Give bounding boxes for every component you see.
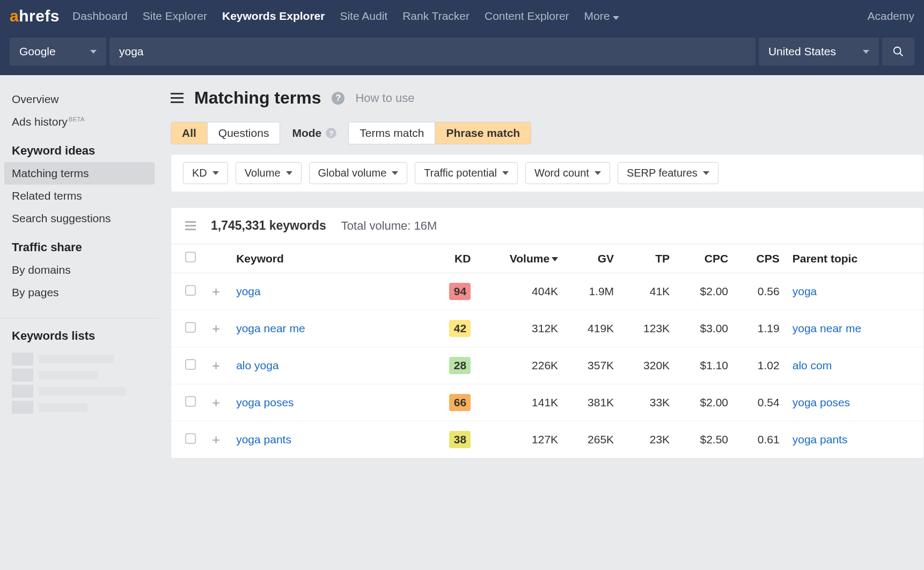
beta-badge: BETA: [69, 116, 85, 122]
parent-topic-link[interactable]: yoga pants: [793, 433, 848, 445]
expand-button[interactable]: +: [209, 394, 223, 411]
chevron-down-icon: [502, 171, 509, 175]
cell-tp: 123K: [620, 310, 676, 347]
col-parent-topic[interactable]: Parent topic: [786, 244, 923, 273]
expand-button[interactable]: +: [209, 357, 223, 374]
parent-topic-link[interactable]: yoga poses: [793, 396, 850, 408]
row-checkbox[interactable]: [185, 285, 196, 296]
nav-dashboard[interactable]: Dashboard: [72, 10, 128, 23]
menu-icon[interactable]: [171, 93, 184, 103]
cell-cpc: $3.00: [676, 310, 735, 347]
nav-links: DashboardSite ExplorerKeywords ExplorerS…: [72, 10, 619, 23]
col-tp[interactable]: TP: [620, 244, 676, 273]
expand-button[interactable]: +: [209, 320, 223, 337]
chevron-down-icon: [392, 171, 398, 175]
seg-questions[interactable]: Questions: [208, 122, 280, 144]
keyword-link[interactable]: alo yoga: [236, 359, 278, 371]
cell-cpc: $2.00: [676, 384, 735, 421]
filter-label: Volume: [245, 167, 281, 179]
filter-kd[interactable]: KD: [183, 162, 228, 184]
filter-serp-features[interactable]: SERP features: [618, 162, 718, 184]
country-select[interactable]: United States: [759, 38, 879, 65]
filter-global-volume[interactable]: Global volume: [309, 162, 408, 184]
logo-rest: hrefs: [19, 7, 60, 25]
nav-more[interactable]: More: [584, 10, 620, 23]
col-volume[interactable]: Volume: [477, 244, 564, 273]
keyword-link[interactable]: yoga: [236, 285, 261, 297]
keyword-link[interactable]: yoga pants: [236, 433, 291, 445]
nav-keywords-explorer[interactable]: Keywords Explorer: [222, 10, 325, 23]
cell-tp: 320K: [620, 347, 676, 384]
col-cpc[interactable]: CPC: [676, 244, 735, 273]
nav-site-audit[interactable]: Site Audit: [340, 10, 387, 23]
cell-cps: 0.56: [735, 273, 786, 310]
nav-content-explorer[interactable]: Content Explorer: [485, 10, 569, 23]
help-icon[interactable]: ?: [332, 92, 344, 105]
col-keyword[interactable]: Keyword: [230, 244, 428, 273]
main-content: Matching terms ? How to use AllQuestions…: [159, 75, 924, 459]
country-label: United States: [768, 45, 836, 58]
col-kd[interactable]: KD: [428, 244, 477, 273]
select-all-checkbox[interactable]: [185, 252, 196, 262]
sidebar-item-by-domains[interactable]: By domains: [0, 259, 159, 281]
nav-academy[interactable]: Academy: [867, 10, 914, 23]
sidebar-item-by-pages[interactable]: By pages: [0, 281, 159, 304]
how-to-use-link[interactable]: How to use: [355, 91, 414, 105]
expand-button[interactable]: +: [209, 432, 223, 448]
cell-volume: 312K: [477, 310, 564, 347]
keyword-link[interactable]: yoga poses: [236, 396, 294, 408]
row-checkbox[interactable]: [185, 396, 196, 407]
sidebar-item-overview[interactable]: Overview: [0, 88, 159, 111]
search-bar: Google United States: [0, 32, 924, 75]
top-nav: ahrefs DashboardSite ExplorerKeywords Ex…: [0, 0, 924, 32]
cell-cps: 1.02: [735, 347, 786, 384]
row-checkbox[interactable]: [185, 359, 196, 370]
chevron-down-icon: [613, 16, 619, 20]
chevron-down-icon: [595, 171, 601, 175]
search-button[interactable]: [882, 38, 914, 65]
sidebar-item-ads-history[interactable]: Ads historyBETA: [0, 111, 159, 133]
search-icon: [892, 46, 904, 57]
parent-topic-link[interactable]: yoga: [793, 285, 817, 297]
nav-rank-tracker[interactable]: Rank Tracker: [402, 10, 470, 23]
cell-gv: 381K: [564, 384, 620, 421]
keyword-link[interactable]: yoga near me: [236, 322, 305, 334]
seg-terms-match[interactable]: Terms match: [349, 122, 435, 144]
search-engine-label: Google: [19, 45, 56, 58]
row-checkbox[interactable]: [185, 322, 196, 333]
col-gv[interactable]: GV: [564, 244, 620, 273]
filter-label: KD: [192, 167, 207, 179]
chevron-down-icon: [703, 171, 709, 175]
kd-badge: 38: [449, 431, 471, 448]
filter-traffic-potential[interactable]: Traffic potential: [415, 162, 518, 184]
sidebar-item-search-suggestions[interactable]: Search suggestions: [0, 207, 159, 230]
seg-all[interactable]: All: [171, 122, 208, 144]
filter-label: Global volume: [318, 167, 387, 179]
sidebar-heading-traffic-share: Traffic share: [0, 230, 159, 259]
kd-badge: 66: [449, 394, 471, 411]
nav-site-explorer[interactable]: Site Explorer: [143, 10, 207, 23]
cell-volume: 141K: [477, 384, 564, 421]
parent-topic-link[interactable]: alo com: [793, 359, 832, 371]
brand-logo[interactable]: ahrefs: [10, 7, 60, 25]
seg-phrase-match[interactable]: Phrase match: [435, 122, 531, 144]
keywords-table: KeywordKDVolumeGVTPCPCCPSParent topic +y…: [171, 244, 923, 458]
col-cps[interactable]: CPS: [735, 244, 786, 273]
cell-volume: 404K: [477, 273, 564, 310]
sidebar-item-matching-terms[interactable]: Matching terms: [4, 162, 155, 185]
cell-cps: 1.19: [735, 310, 786, 347]
search-engine-select[interactable]: Google: [10, 38, 106, 65]
list-density-icon[interactable]: [185, 221, 196, 230]
cell-tp: 23K: [620, 421, 676, 458]
keyword-input[interactable]: [119, 45, 746, 58]
chevron-down-icon: [212, 171, 219, 175]
parent-topic-link[interactable]: yoga near me: [793, 322, 861, 334]
filter-volume[interactable]: Volume: [236, 162, 302, 184]
row-checkbox[interactable]: [185, 433, 196, 444]
filter-word-count[interactable]: Word count: [525, 162, 610, 184]
page-header: Matching terms ? How to use: [171, 88, 924, 108]
expand-button[interactable]: +: [209, 283, 223, 299]
keyword-input-wrap[interactable]: [109, 38, 756, 65]
sidebar-item-related-terms[interactable]: Related terms: [0, 185, 159, 207]
help-icon[interactable]: ?: [326, 128, 336, 138]
